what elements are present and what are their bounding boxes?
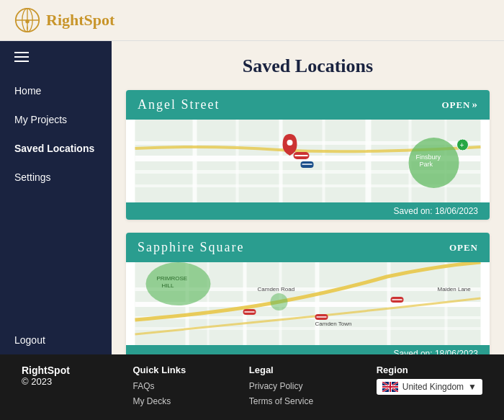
footer-link-privacy[interactable]: Privacy Policy [249, 379, 313, 395]
footer-link-my-decks[interactable]: My Decks [132, 394, 186, 410]
saved-date-sapphire-square: Saved on: 18/06/2023 [394, 349, 478, 354]
svg-rect-10 [366, 120, 372, 202]
sidebar-item-my-projects[interactable]: My Projects [0, 105, 112, 134]
double-arrow-icon: » [472, 99, 479, 111]
footer-legal-title: Legal [249, 365, 313, 375]
header-title: RightSpot [46, 11, 114, 30]
location-card-sapphire-square: Sapphire Square OPEN [126, 233, 490, 354]
svg-point-42 [271, 293, 288, 310]
uk-flag-icon [382, 382, 398, 392]
svg-text:PRIMROSE: PRIMROSE [157, 275, 188, 282]
svg-point-39 [146, 262, 211, 305]
hamburger-icon [14, 52, 29, 62]
content-inner[interactable]: Saved Locations Angel Street OPEN » [112, 41, 504, 354]
card-title-sapphire-square: Sapphire Square [138, 240, 244, 255]
svg-rect-13 [236, 120, 239, 202]
sidebar: Home My Projects Saved Locations Setting… [0, 41, 112, 354]
card-header-sapphire-square: Sapphire Square OPEN [126, 233, 490, 262]
svg-point-4 [25, 19, 29, 23]
card-footer-angel-street: Saved on: 18/06/2023 [126, 202, 490, 220]
footer-quick-links: Quick Links FAQs My Decks [132, 365, 186, 410]
sidebar-nav: Home My Projects Saved Locations Setting… [0, 76, 112, 192]
footer-brand: RightSpot © 2023 [22, 365, 70, 387]
svg-rect-8 [193, 120, 197, 202]
sidebar-item-home[interactable]: Home [0, 76, 112, 105]
footer: RightSpot © 2023 Quick Links FAQs My Dec… [0, 354, 504, 420]
sidebar-item-saved-locations[interactable]: Saved Locations [0, 134, 112, 163]
open-button-sapphire-square[interactable]: OPEN [449, 242, 478, 254]
svg-rect-14 [323, 120, 325, 202]
app-wrapper: RightSpot Home My Projects Saved Locatio… [0, 0, 504, 420]
footer-link-terms[interactable]: Terms of Service [249, 394, 313, 410]
card-header-angel-street: Angel Street OPEN » [126, 90, 490, 120]
svg-text:Camden Road: Camden Road [258, 286, 295, 292]
map-sapphire-square: PRIMROSE HILL Camden R [126, 262, 490, 345]
menu-button[interactable] [0, 41, 112, 73]
sidebar-item-settings[interactable]: Settings [0, 163, 112, 192]
svg-text:Maiden Lane: Maiden Lane [438, 286, 472, 292]
logo-icon [14, 7, 40, 33]
card-footer-sapphire-square: Saved on: 18/06/2023 [126, 345, 490, 354]
region-dropdown-icon: ▼ [468, 382, 477, 392]
svg-rect-34 [315, 262, 320, 345]
main-layout: Home My Projects Saved Locations Setting… [0, 41, 504, 354]
header-logo: RightSpot [14, 7, 114, 33]
page-title: Saved Locations [126, 55, 490, 77]
footer-legal: Legal Privacy Policy Terms of Service [249, 365, 313, 410]
footer-link-faqs[interactable]: FAQs [132, 379, 186, 395]
svg-text:Camden Town: Camden Town [315, 321, 352, 327]
footer-brand-name: RightSpot [22, 365, 70, 376]
svg-text:HILL: HILL [162, 282, 174, 289]
footer-quick-links-title: Quick Links [132, 365, 186, 375]
saved-date-angel-street: Saved on: 18/06/2023 [394, 206, 478, 216]
map-angel-street: Finsbury Park + [126, 120, 490, 202]
card-title-angel-street: Angel Street [138, 97, 220, 112]
footer-copyright: © 2023 [22, 376, 70, 387]
svg-point-22 [287, 140, 293, 146]
open-button-angel-street[interactable]: OPEN » [441, 99, 478, 111]
footer-region: Region United Kingdom ▼ [377, 365, 482, 395]
sidebar-divider [0, 192, 112, 326]
svg-rect-33 [243, 262, 247, 345]
header: RightSpot [0, 0, 504, 41]
sidebar-item-logout[interactable]: Logout [0, 326, 112, 354]
region-label: United Kingdom [402, 382, 464, 392]
svg-text:Park: Park [420, 161, 433, 168]
svg-rect-36 [445, 262, 448, 345]
svg-point-17 [409, 138, 459, 188]
location-card-angel-street: Angel Street OPEN » [126, 90, 490, 220]
svg-text:+: + [460, 141, 464, 149]
svg-rect-9 [279, 120, 283, 202]
svg-text:Finsbury: Finsbury [416, 153, 441, 161]
footer-region-title: Region [377, 365, 482, 375]
region-selector[interactable]: United Kingdom ▼ [377, 379, 482, 395]
svg-rect-67 [382, 386, 398, 388]
content-area: Saved Locations Angel Street OPEN » [112, 41, 504, 354]
